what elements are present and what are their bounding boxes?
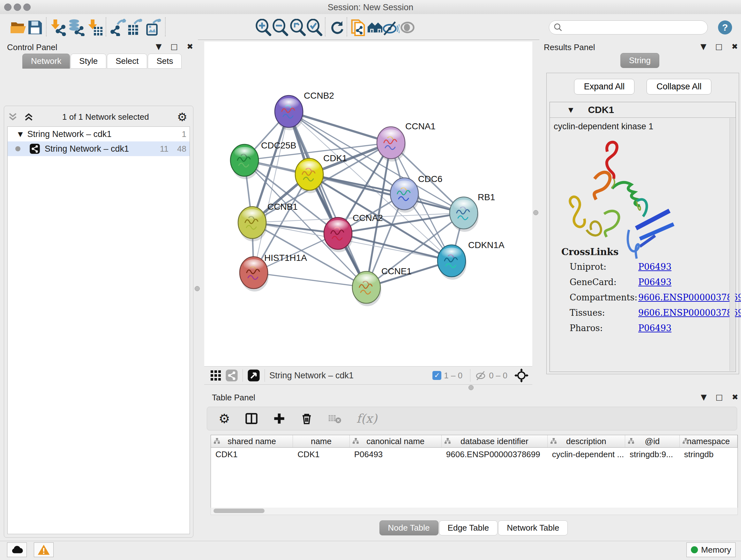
export-table-button[interactable] bbox=[126, 18, 144, 37]
crosslink-link[interactable]: P06493 bbox=[638, 262, 671, 272]
grid-view-icon[interactable] bbox=[209, 369, 222, 382]
hide-selected-button[interactable] bbox=[382, 18, 400, 37]
delete-column-icon[interactable] bbox=[300, 412, 313, 425]
crosslink-link[interactable]: 9606.ENSP00000378699 bbox=[638, 293, 741, 302]
panel-float-icon[interactable]: □ bbox=[716, 393, 723, 401]
scrollbar-thumb[interactable] bbox=[213, 509, 265, 513]
expand-all-icon[interactable] bbox=[23, 111, 34, 122]
expand-all-button[interactable]: Expand All bbox=[574, 79, 635, 95]
column-header-shared-name[interactable]: shared name bbox=[211, 435, 293, 447]
column-header-database-identifier[interactable]: database identifier bbox=[442, 435, 548, 447]
gene-entry-header[interactable]: ▼ CDK1 bbox=[550, 102, 736, 118]
tab-node-table[interactable]: Node Table bbox=[380, 520, 439, 536]
duplicate-network-button[interactable] bbox=[349, 18, 367, 37]
bottom-splitter-handle[interactable] bbox=[468, 385, 474, 390]
tab-network[interactable]: Network bbox=[22, 54, 70, 69]
column-header-name[interactable]: name bbox=[293, 435, 349, 447]
detach-view-icon[interactable] bbox=[247, 369, 260, 382]
show-columns-icon[interactable] bbox=[245, 412, 258, 425]
collapse-all-icon[interactable] bbox=[7, 111, 18, 122]
collapse-all-button[interactable]: Collapse All bbox=[647, 79, 711, 95]
zoom-out-button[interactable] bbox=[271, 18, 289, 37]
graph-node-ccne1[interactable] bbox=[352, 271, 381, 306]
search-input[interactable] bbox=[565, 23, 703, 32]
add-column-icon[interactable] bbox=[273, 412, 286, 425]
graph-node-cdkn1a[interactable] bbox=[437, 245, 467, 280]
network-view-canvas[interactable]: CCNB2CCNA1CDC25BCDK1CDC6RB1CCNB1CCNA2CDK… bbox=[204, 42, 532, 366]
graph-node-ccnb2[interactable] bbox=[275, 96, 304, 130]
network-view-icon[interactable] bbox=[225, 369, 238, 382]
tab-select[interactable]: Select bbox=[107, 54, 147, 69]
tab-edge-table[interactable]: Edge Table bbox=[439, 520, 498, 536]
table-cell[interactable]: cyclin-dependent ... bbox=[548, 448, 625, 461]
table-options-gear-icon[interactable]: ⚙ bbox=[219, 411, 230, 426]
export-image-button[interactable] bbox=[144, 18, 162, 37]
table-cell[interactable]: stringdb:9... bbox=[625, 448, 680, 461]
left-splitter-handle[interactable] bbox=[195, 286, 200, 291]
fit-selection-crosshair-icon[interactable] bbox=[515, 368, 529, 382]
zoom-in-icon bbox=[255, 19, 272, 36]
right-splitter-handle[interactable] bbox=[533, 210, 538, 215]
tab-network-table[interactable]: Network Table bbox=[498, 520, 568, 536]
crosslink-link[interactable]: 9606.ENSP00000378699 bbox=[638, 308, 741, 318]
graph-node-cdc6[interactable] bbox=[390, 178, 419, 212]
panel-menu-icon[interactable]: ▼ bbox=[701, 393, 706, 401]
column-header-id[interactable]: @id bbox=[625, 435, 679, 447]
cloud-status-button[interactable] bbox=[7, 543, 27, 557]
table-cell[interactable]: CDK1 bbox=[293, 448, 349, 461]
import-network-button[interactable] bbox=[50, 18, 67, 37]
memory-button[interactable]: Memory bbox=[686, 543, 736, 557]
panel-close-icon[interactable]: ✖ bbox=[731, 42, 738, 51]
network-row[interactable]: String Network – cdk1 11 48 bbox=[8, 141, 190, 156]
warnings-button[interactable] bbox=[34, 543, 54, 557]
apply-layout-button[interactable] bbox=[328, 18, 346, 37]
zoom-selected-button[interactable] bbox=[306, 18, 323, 37]
graph-node-rb1[interactable] bbox=[450, 197, 479, 232]
panel-float-icon[interactable]: □ bbox=[171, 42, 178, 51]
graph-node-cdc25b[interactable] bbox=[230, 144, 259, 179]
panel-float-icon[interactable]: □ bbox=[715, 42, 723, 51]
panel-menu-icon[interactable]: ▼ bbox=[156, 42, 161, 51]
column-header-namespace[interactable]: namespace bbox=[680, 435, 738, 447]
show-all-networks-button[interactable] bbox=[366, 18, 384, 37]
tab-sets[interactable]: Sets bbox=[148, 54, 182, 69]
graph-edge[interactable] bbox=[289, 111, 391, 143]
tab-string[interactable]: String bbox=[620, 53, 659, 68]
selected-checkbox-icon[interactable]: ✓ bbox=[432, 371, 441, 380]
node-table[interactable]: shared namenamecanonical namedatabase id… bbox=[211, 435, 738, 508]
import-network-from-database-button[interactable] bbox=[67, 18, 85, 37]
table-horizontal-scrollbar[interactable] bbox=[211, 508, 738, 515]
options-gear-icon[interactable]: ⚙ bbox=[177, 111, 187, 124]
collapse-entry-icon[interactable]: ▼ bbox=[568, 106, 573, 114]
crosslink-link[interactable]: P06493 bbox=[638, 277, 671, 287]
graph-node-ccnb1[interactable] bbox=[238, 206, 267, 241]
graph-edge[interactable] bbox=[254, 111, 289, 273]
table-cell[interactable]: 9606.ENSP00000378699 bbox=[442, 448, 548, 461]
table-cell[interactable]: P06493 bbox=[350, 448, 442, 461]
export-network-button[interactable] bbox=[110, 18, 128, 37]
network-collection-row[interactable]: ▼ String Network – cdk1 1 bbox=[8, 127, 190, 141]
tree-expand-icon[interactable]: ▼ bbox=[18, 130, 23, 138]
save-session-button[interactable] bbox=[26, 18, 44, 37]
table-row[interactable]: CDK1CDK1P064939606.ENSP00000378699cyclin… bbox=[211, 448, 738, 461]
import-table-button[interactable] bbox=[86, 18, 104, 37]
graph-node-ccna1[interactable] bbox=[377, 127, 406, 162]
table-cell[interactable]: stringdb bbox=[680, 448, 738, 461]
open-session-button[interactable] bbox=[9, 18, 27, 37]
zoom-in-button[interactable] bbox=[254, 18, 272, 37]
tab-style[interactable]: Style bbox=[71, 54, 106, 69]
table-cell[interactable]: CDK1 bbox=[211, 448, 293, 461]
graph-edge[interactable] bbox=[254, 273, 366, 287]
show-hidden-button[interactable] bbox=[399, 18, 416, 37]
column-header-canonical-name[interactable]: canonical name bbox=[350, 435, 442, 447]
column-header-description[interactable]: description bbox=[548, 435, 625, 447]
panel-close-icon[interactable]: ✖ bbox=[187, 42, 193, 51]
graph-node-cdk1[interactable] bbox=[295, 159, 324, 193]
crosslink-link[interactable]: P06493 bbox=[638, 323, 671, 333]
results-vertical-scrollbar[interactable] bbox=[730, 118, 735, 371]
help-button[interactable]: ? bbox=[718, 20, 732, 35]
panel-menu-icon[interactable]: ▼ bbox=[700, 42, 706, 51]
zoom-fit-button[interactable] bbox=[289, 18, 307, 37]
network-graph[interactable]: CCNB2CCNA1CDC25BCDK1CDC6RB1CCNB1CCNA2CDK… bbox=[204, 42, 532, 366]
panel-close-icon[interactable]: ✖ bbox=[732, 393, 738, 401]
